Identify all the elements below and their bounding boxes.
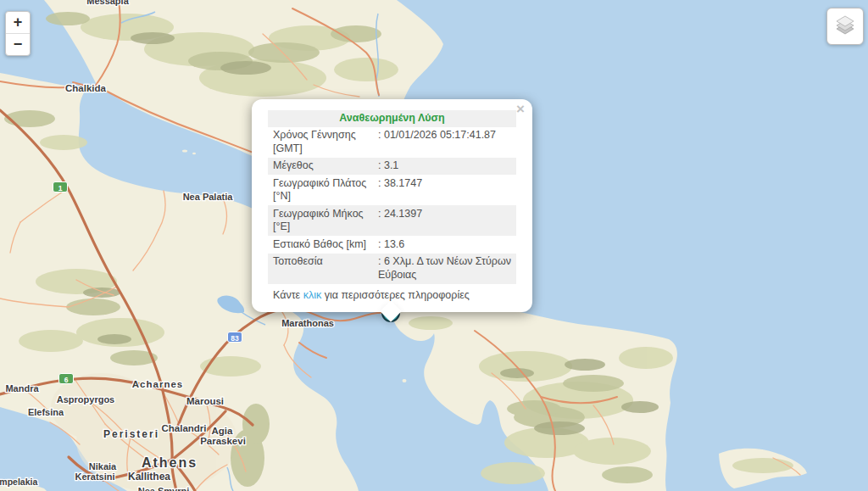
popup-row-label: Γεωγραφικό Μήκος [°E] bbox=[268, 205, 376, 236]
layers-button[interactable] bbox=[826, 8, 864, 45]
popup-row-value: : 24.1397 bbox=[376, 205, 516, 236]
place-label: Peristeri bbox=[103, 428, 159, 440]
place-label: Aspropyrgos bbox=[57, 394, 114, 405]
layers-icon bbox=[834, 14, 856, 39]
zoom-control: + − bbox=[5, 11, 31, 56]
popup-close-button[interactable]: × bbox=[516, 102, 525, 116]
place-label: Kallithea bbox=[128, 471, 170, 483]
popup-row-value: : 38.1747 bbox=[376, 175, 516, 205]
earthquake-popup: × Αναθεωρημένη Λύση Χρόνος Γέννησης [GMT… bbox=[252, 99, 532, 312]
place-label: Nea Smyrni bbox=[138, 486, 190, 491]
info-link[interactable]: κλικ bbox=[303, 289, 322, 301]
place-label: Acharnes bbox=[132, 379, 183, 389]
map-application: 1683 MessapiaChalkidaNea PalatiaMarathon… bbox=[0, 0, 868, 491]
place-label: Chalkida bbox=[65, 83, 107, 93]
place-label: Paraskevi bbox=[200, 436, 246, 446]
svg-text:6: 6 bbox=[64, 376, 69, 384]
place-label: Chalandri bbox=[161, 423, 206, 433]
popup-row-label: Γεωγραφικό Πλάτος [°N] bbox=[268, 175, 376, 205]
svg-text:1: 1 bbox=[58, 184, 63, 192]
popup-row: Γεωγραφικό Μήκος [°E]: 24.1397 bbox=[268, 205, 516, 236]
popup-row-value: : 3.1 bbox=[376, 158, 516, 176]
popup-footer-text: Κάντε bbox=[273, 289, 303, 301]
place-label: Messapia bbox=[86, 0, 129, 6]
popup-row: Εστιακό Βάθος [km]: 13.6 bbox=[268, 236, 516, 254]
popup-row-label: Χρόνος Γέννησης [GMT] bbox=[268, 127, 376, 158]
place-label: Agia bbox=[212, 426, 234, 436]
popup-row-label: Μέγεθος bbox=[268, 158, 376, 176]
popup-title: Αναθεωρημένη Λύση bbox=[268, 110, 516, 127]
popup-footer-text: για περισσότερες πληροφορίες bbox=[321, 289, 470, 301]
place-label: Elefsina bbox=[28, 407, 64, 417]
popup-row-value: : 13.6 bbox=[376, 236, 516, 254]
popup-row: Τοποθεσία: 6 Χλμ. Δ των Νέων Στύρων Εύβο… bbox=[268, 254, 516, 284]
place-label: Mandra bbox=[5, 383, 39, 393]
zoom-out-button[interactable]: − bbox=[6, 34, 30, 55]
popup-rows: Χρόνος Γέννησης [GMT]: 01/01/2026 05:17:… bbox=[268, 127, 516, 284]
popup-row: Μέγεθος: 3.1 bbox=[268, 158, 516, 176]
place-label: Athens bbox=[142, 455, 198, 470]
road-badge: 83 bbox=[228, 332, 242, 343]
place-label: Nikaia bbox=[89, 461, 117, 471]
popup-footer: Κάντε κλικ για περισσότερες πληροφορίες bbox=[268, 284, 516, 304]
place-label: Keratsini bbox=[75, 471, 114, 482]
popup-row-value: : 01/01/2026 05:17:41.87 bbox=[376, 127, 516, 158]
popup-row-label: Εστιακό Βάθος [km] bbox=[268, 236, 376, 254]
place-label: Ampelakia bbox=[0, 477, 37, 487]
place-label: Nea Palatia bbox=[183, 192, 234, 202]
place-label: Marousi bbox=[186, 396, 224, 406]
popup-row-label: Τοποθεσία bbox=[268, 254, 376, 284]
popup-row-value: : 6 Χλμ. Δ των Νέων Στύρων Εύβοιας bbox=[376, 254, 516, 284]
svg-text:83: 83 bbox=[231, 334, 239, 343]
popup-row: Χρόνος Γέννησης [GMT]: 01/01/2026 05:17:… bbox=[268, 127, 516, 158]
popup-row: Γεωγραφικό Πλάτος [°N]: 38.1747 bbox=[268, 175, 516, 205]
place-label: Marathonas bbox=[281, 318, 334, 328]
road-badge: 1 bbox=[53, 182, 68, 192]
zoom-in-button[interactable]: + bbox=[6, 12, 30, 34]
road-badge: 6 bbox=[59, 374, 74, 384]
popup-content: Αναθεωρημένη Λύση Χρόνος Γέννησης [GMT]:… bbox=[252, 99, 532, 312]
